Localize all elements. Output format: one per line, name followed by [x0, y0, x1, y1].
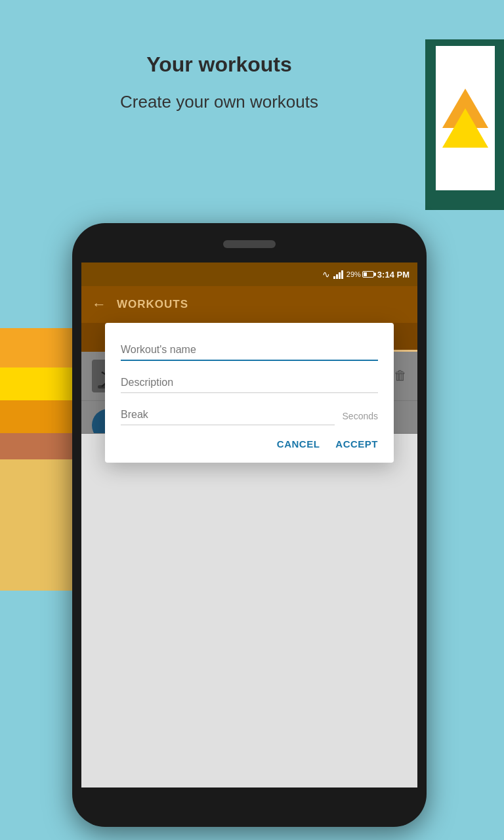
- signal-icon: [333, 270, 343, 279]
- break-input-wrap: [121, 406, 335, 425]
- status-bar: ∿ 29% 3:14 PM: [81, 262, 417, 286]
- workout-name-field: [121, 341, 378, 361]
- phone-screen: ∿ 29% 3:14 PM ← WORKOUTS: [81, 262, 417, 788]
- deco-card-inner: [436, 46, 495, 190]
- page-title: Your workouts: [0, 52, 438, 77]
- cancel-button[interactable]: Cancel: [277, 438, 320, 450]
- deco-triangle-yellow: [442, 108, 488, 148]
- create-workout-dialog: Seconds Cancel Accept: [105, 323, 394, 463]
- status-time: 3:14 PM: [377, 270, 410, 280]
- page-subtitle: Create your own workouts: [0, 92, 438, 112]
- app-bar: ← WORKOUTS: [81, 286, 417, 323]
- battery-indicator: 29%: [346, 270, 374, 278]
- description-input[interactable]: [121, 374, 378, 393]
- accept-button[interactable]: Accept: [335, 438, 378, 450]
- phone-speaker: [223, 240, 276, 248]
- dialog-actions: Cancel Accept: [121, 438, 378, 450]
- status-icons: ∿ 29% 3:14 PM: [322, 269, 410, 280]
- deco-card: [425, 39, 504, 210]
- content-area: rutina 01 ✏ 🗑 i: [81, 352, 417, 434]
- break-row: Seconds: [121, 406, 378, 425]
- workout-name-input[interactable]: [121, 341, 378, 361]
- battery-icon: [362, 271, 374, 278]
- seconds-label: Seconds: [343, 411, 378, 425]
- app-bar-title: WORKOUTS: [117, 298, 188, 311]
- battery-percent: 29%: [346, 270, 361, 278]
- phone-device: ∿ 29% 3:14 PM ← WORKOUTS: [72, 223, 427, 827]
- modal-overlay: Seconds Cancel Accept: [81, 352, 417, 434]
- description-field: [121, 374, 378, 393]
- wifi-icon: ∿: [322, 269, 330, 280]
- break-input[interactable]: [121, 406, 335, 425]
- back-button[interactable]: ←: [92, 296, 106, 313]
